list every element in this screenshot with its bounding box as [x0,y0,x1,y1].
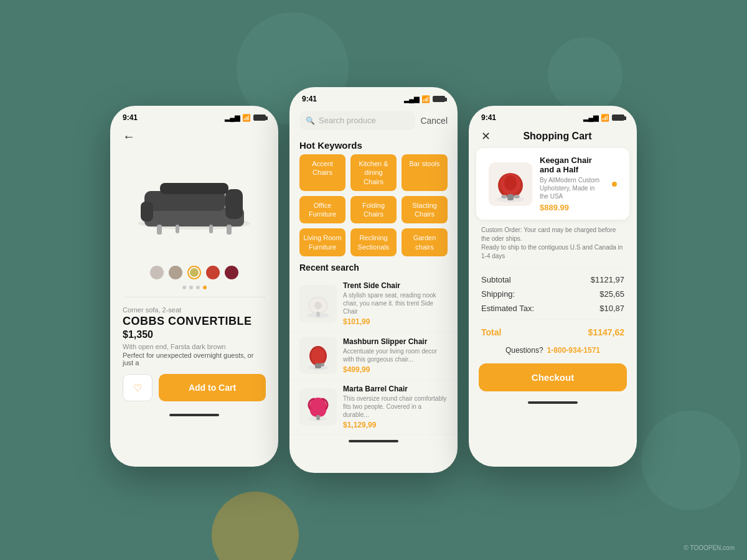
wishlist-button[interactable]: ♡ [123,374,153,401]
battery-icon-3 [612,114,624,121]
svg-rect-5 [160,183,228,194]
svg-rect-21 [316,415,320,420]
search-cancel-button[interactable]: Cancel [420,116,448,126]
status-bar-3: 9:41 ▂▄▆ 📶 [469,106,637,124]
svg-rect-26 [507,194,514,200]
svg-rect-4 [141,202,153,222]
svg-point-25 [504,175,517,190]
checkout-button[interactable]: Checkout [479,363,627,391]
recent-search-title: Recent search [289,256,458,276]
notice-text: Custom Order: Your card may be charged b… [481,226,622,259]
svg-rect-3 [225,189,243,219]
cart-item-image [489,162,532,206]
search-placeholder: Search produce [319,116,376,125]
keyword-garden-chairs[interactable]: Garden chairs [402,228,448,256]
svg-point-19 [321,363,324,366]
hot-keywords-title: Hot Keywords [289,135,458,154]
signal-icon-3: ▂▄▆ [583,114,598,122]
svg-point-28 [501,195,507,198]
image-pagination [110,282,278,293]
back-button[interactable]: ← [123,129,135,144]
chair-img-3 [303,391,334,422]
search-bar: 🔍 Search produce Cancel [289,106,458,135]
support-phone[interactable]: 1-800-934-1571 [547,346,600,355]
cart-header: ✕ Shopping Cart [469,124,637,148]
home-indicator-3 [528,401,578,404]
battery-icon-2 [433,96,445,102]
divider-1 [123,297,266,297]
cart-item-subtitle: By AllModern Custom Upholstery, Made in … [540,176,604,200]
svg-point-17 [311,348,325,364]
keyword-kitchen-dining[interactable]: Kitchen & dining Chairs [350,154,397,191]
recent-info-3: Marta Barrel Chair This oversize round c… [343,385,448,429]
shipping-value: $25,65 [599,289,624,299]
recent-item-2[interactable]: Mashburn Slipper Chair Accentuate your l… [289,332,458,380]
product-info: Corner sofa, 2-seat COBBS CONVERTIBLE $1… [110,301,278,366]
product-actions: ♡ Add to Cart [110,366,278,409]
search-input-wrap[interactable]: 🔍 Search produce [299,111,415,130]
cart-item-info: Keegan Chair and a Half By AllModern Cus… [540,156,604,212]
total-value: $1147,62 [588,327,624,337]
time-2: 9:41 [302,95,317,103]
recent-price-1: $101,99 [343,317,448,326]
keywords-grid: Accent Chairs Kitchen & dining Chairs Ba… [289,154,458,256]
keyword-stacking-chairs[interactable]: Stacting Chairs [402,196,448,224]
recent-img-2 [299,337,337,374]
total-label: Total [481,327,501,337]
bg-decoration-2 [548,37,622,112]
tax-row: Estimated Tax: $10,87 [469,301,637,315]
keyword-office-furniture[interactable]: Office Furniture [299,196,345,224]
recent-info-2: Mashburn Slipper Chair Accentuate your l… [343,337,448,374]
heart-icon: ♡ [133,382,142,394]
keyword-reclining[interactable]: Reclining Sectionals [350,228,397,256]
recent-desc-3: This oversize round chair comfortably fi… [343,394,448,419]
watermark: © TOOOPEN.com [684,544,735,551]
phone-search: 9:41 ▂▄▆ 📶 🔍 Search produce Cancel Hot K… [289,87,458,473]
cart-divider-1 [481,268,624,269]
color-option-3[interactable] [187,266,201,279]
keyword-accent-chairs[interactable]: Accent Chairs [299,154,345,191]
questions-row: Questions? 1-800-934-1571 [469,340,637,358]
cart-item-name: Keegan Chair and a Half [540,156,604,174]
recent-price-3: $1,129,99 [343,421,448,429]
svg-point-14 [314,302,322,309]
tax-label: Estimated Tax: [481,304,534,313]
dot-3 [196,286,200,289]
dot-1 [182,286,186,289]
subtotal-row: Subtotal $1121,97 [469,273,637,287]
subtotal-value: $1121,97 [591,275,624,284]
add-to-cart-button[interactable]: Add to Cart [159,374,266,401]
color-option-2[interactable] [169,266,182,279]
wifi-icon-3: 📶 [601,114,609,122]
color-option-1[interactable] [150,266,164,279]
subtotal-label: Subtotal [481,275,511,284]
keyword-folding-chairs[interactable]: Folding Chairs [350,196,397,224]
recent-img-1 [299,285,337,322]
close-button[interactable]: ✕ [481,129,491,143]
svg-rect-6 [157,225,162,235]
recent-name-3: Marta Barrel Chair [343,385,448,393]
time-1: 9:41 [123,113,138,122]
status-bar-1: 9:41 ▂▄▆ 📶 [110,106,278,124]
color-option-5[interactable] [225,266,238,279]
wifi-icon-2: 📶 [421,95,430,103]
keyword-bar-stools[interactable]: Bar stools [402,154,448,191]
total-row: Total $1147,62 [469,324,637,340]
product-price: $1,350 [123,329,266,340]
cart-item-1: Keegan Chair and a Half By AllModern Cus… [476,148,629,220]
svg-rect-7 [227,225,232,235]
battery-icon [253,114,266,121]
svg-rect-18 [315,363,321,368]
recent-item-3[interactable]: Marta Barrel Chair This oversize round c… [289,380,458,435]
svg-rect-13 [316,312,320,317]
product-category: Corner sofa, 2-seat [123,306,266,314]
shipping-label: Shipping: [481,289,515,299]
tax-value: $10,87 [599,304,624,313]
questions-label: Questions? [505,346,543,355]
dot-2 [189,286,193,289]
svg-point-27 [514,195,520,198]
chair-img-1 [303,288,334,319]
color-option-4[interactable] [206,266,220,279]
recent-item-1[interactable]: Trent Side Chair A stylish spare seat, r… [289,276,458,332]
keyword-living-room[interactable]: Living Room Furniture [299,228,345,256]
